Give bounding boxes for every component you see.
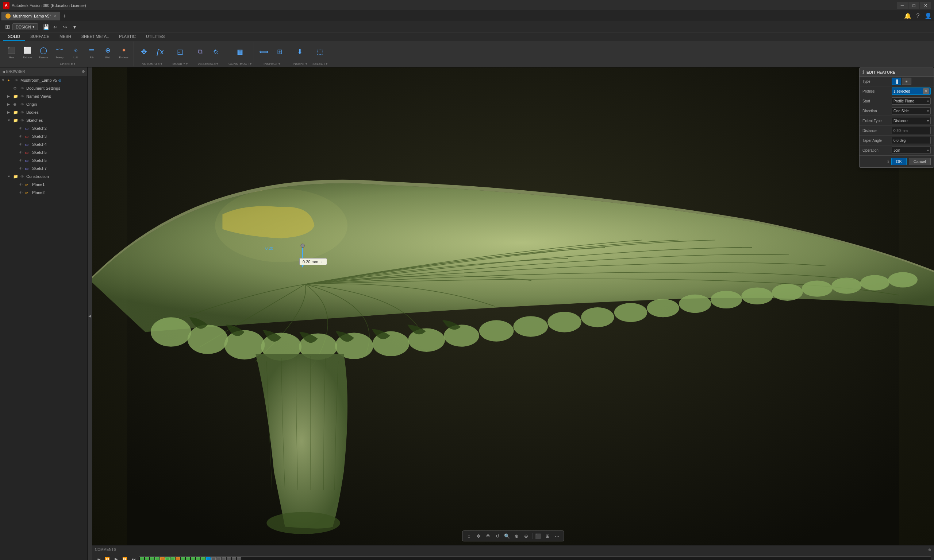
undo-button[interactable]: ↩ xyxy=(51,23,60,31)
viewport[interactable]: 0.20 0.20 mm ⋮ ⌂ ✥ 👁 ↺ 🔍 ⊕ ⊖ ⬛ xyxy=(92,68,934,545)
redo-button[interactable]: ↪ xyxy=(60,23,69,31)
ef-extent-type-control[interactable]: Distance ▾ xyxy=(892,117,931,124)
automate-move-button[interactable]: ✥ xyxy=(136,46,151,58)
tl-next-end-button[interactable]: ⏭ xyxy=(130,555,137,560)
tl-next-button[interactable]: ⏩ xyxy=(121,555,128,560)
account-button[interactable]: 👤 xyxy=(924,12,932,20)
extrude-button[interactable]: ⬜ Extrude xyxy=(20,45,35,59)
notifications-button[interactable]: 🔔 xyxy=(903,12,912,20)
browser-doc-settings[interactable]: ⚙ 👁 Document Settings xyxy=(0,84,87,92)
browser-bodies[interactable]: ▶ 📁 👁 Bodies xyxy=(0,108,87,116)
automate-fx-button[interactable]: ƒx xyxy=(152,46,168,58)
ef-type-btn-extrude[interactable]: ▐ xyxy=(892,78,901,85)
browser-sketch4[interactable]: 👁 ▭ Sketch4 xyxy=(0,140,87,148)
ef-ok-button[interactable]: OK xyxy=(891,158,907,165)
ef-profiles-control[interactable]: 1 selected ✕ xyxy=(892,88,931,95)
browser-sketch3[interactable]: 👁 ▭ Sketch3 xyxy=(0,132,87,140)
tl-play-button[interactable]: ▶ xyxy=(113,555,120,560)
nav-zoom-out-button[interactable]: ⊖ xyxy=(522,532,530,540)
browser-plane1[interactable]: 👁 ▱ Plane1 xyxy=(0,180,87,188)
ef-taper-control[interactable]: 0.0 deg xyxy=(892,137,931,144)
revolve-button[interactable]: ◯ Revolve xyxy=(36,45,51,59)
ribbon-tab-utilities[interactable]: UTILITIES xyxy=(141,33,170,41)
rib-button[interactable]: ═ Rib xyxy=(84,45,99,59)
ef-direction-control[interactable]: One Side ▾ xyxy=(892,107,931,114)
home-menu-button[interactable]: ⊞ xyxy=(3,23,12,31)
maximize-button[interactable]: □ xyxy=(908,2,919,9)
ef-operation-control[interactable]: Join ▾ xyxy=(892,146,931,154)
inspect-measure-button[interactable]: ⟺ xyxy=(256,46,272,58)
ef-help-icon[interactable]: ℹ xyxy=(887,159,889,164)
ribbon-tab-mesh[interactable]: MESH xyxy=(54,33,76,41)
minimize-button[interactable]: ─ xyxy=(897,2,908,9)
edit-feature-info-icon[interactable]: ℹ xyxy=(863,70,864,75)
select-button[interactable]: ⬚ xyxy=(312,46,328,58)
construct-button[interactable]: ▦ xyxy=(232,46,247,58)
nav-orbit-button[interactable]: ↺ xyxy=(493,532,502,540)
inspect-dropdown-icon[interactable]: ▾ xyxy=(278,62,280,66)
nav-home-button[interactable]: ⌂ xyxy=(465,532,473,540)
browser-origin[interactable]: ▶ ⊕ 👁 Origin xyxy=(0,100,87,108)
ef-distance-control[interactable]: 0.20 mm xyxy=(892,127,931,134)
browser-named-views[interactable]: ▶ 📁 👁 Named Views xyxy=(0,92,87,100)
browser-sketch7[interactable]: 👁 ▭ Sketch7 xyxy=(0,165,87,172)
nav-grid-button[interactable]: ⊞ xyxy=(543,532,552,540)
nav-display-settings-button[interactable]: ⬛ xyxy=(534,532,542,540)
browser-sketch5a[interactable]: 👁 ▭ Sketch5 xyxy=(0,148,87,156)
new-tab-button[interactable]: + xyxy=(60,12,69,20)
construct-dropdown-icon[interactable]: ▾ xyxy=(250,62,252,66)
browser-root-item[interactable]: ▼ ● 👁 Mushroom_Lamp v5 ◎ xyxy=(0,76,87,84)
create-dropdown-icon[interactable]: ▾ xyxy=(74,62,75,66)
close-button[interactable]: ✕ xyxy=(920,2,931,9)
ef-cancel-button[interactable]: Cancel xyxy=(909,158,931,165)
emboss-button[interactable]: ✦ Emboss xyxy=(116,45,131,59)
insert-dropdown-icon[interactable]: ▾ xyxy=(306,62,307,66)
browser-plane2[interactable]: 👁 ▱ Plane2 xyxy=(0,188,87,197)
browser-construction[interactable]: ▼ 📁 👁 Construction xyxy=(0,172,87,180)
ribbon-tab-surface[interactable]: SURFACE xyxy=(25,33,54,41)
workspace-selector[interactable]: DESIGN ▾ xyxy=(12,23,38,30)
undo-dropdown[interactable]: ▾ xyxy=(70,23,79,31)
save-button[interactable]: 💾 xyxy=(42,23,50,31)
comments-expand-icon[interactable]: ⊕ xyxy=(928,548,931,552)
joint-button[interactable]: ⛭ xyxy=(208,46,224,58)
app-title: Autodesk Fusion 360 (Education License) xyxy=(12,3,897,8)
modify-dropdown-icon[interactable]: ▾ xyxy=(186,62,188,66)
ef-type-btn-thin[interactable]: ≡ xyxy=(902,78,911,85)
ribbon-tab-solid[interactable]: SOLID xyxy=(3,33,25,41)
nav-zoom-button[interactable]: 🔍 xyxy=(503,532,511,540)
select-dropdown-icon[interactable]: ▾ xyxy=(326,62,327,66)
nav-zoom-in-button[interactable]: ⊕ xyxy=(512,532,521,540)
browser-settings-icon[interactable]: ⚙ xyxy=(82,70,85,74)
tab-close-icon[interactable]: ✕ xyxy=(53,14,56,18)
insert-button[interactable]: ⬇ xyxy=(292,46,308,58)
modify-button[interactable]: ◰ xyxy=(172,46,188,58)
loft-button[interactable]: ⟐ Loft xyxy=(68,45,83,59)
ef-profiles-clear-button[interactable]: ✕ xyxy=(923,88,929,94)
main-tab[interactable]: Mushroom_Lamp v5* ✕ xyxy=(2,12,60,20)
svg-point-19 xyxy=(741,288,773,305)
help-button[interactable]: ? xyxy=(914,12,922,20)
timeline-track[interactable] xyxy=(139,556,931,560)
dimension-options-icon[interactable]: ⋮ xyxy=(320,259,324,264)
dimension-input-box[interactable]: 0.20 mm ⋮ xyxy=(299,258,327,265)
browser-sketch5b[interactable]: 👁 ▭ Sketch5 xyxy=(0,156,87,165)
tl-prev-button[interactable]: ⏪ xyxy=(103,555,111,560)
automate-dropdown-icon[interactable]: ▾ xyxy=(161,62,162,66)
ribbon-tab-sheetmetal[interactable]: SHEET METAL xyxy=(76,33,114,41)
new-component-button[interactable]: ⬛ New xyxy=(4,45,19,59)
nav-pan-orbit-button[interactable]: ✥ xyxy=(474,532,483,540)
browser-sketch2[interactable]: 👁 ▭ Sketch2 xyxy=(0,124,87,132)
ef-start-control[interactable]: Profile Plane ▾ xyxy=(892,97,931,105)
web-button[interactable]: ⊕ Web xyxy=(100,45,115,59)
tl-prev-start-button[interactable]: ⏮ xyxy=(95,555,102,560)
assemble-dropdown-icon[interactable]: ▾ xyxy=(216,62,218,66)
assemble-button[interactable]: ⧉ xyxy=(192,46,208,58)
sweep-button[interactable]: 〰 Sweep xyxy=(52,45,67,59)
browser-sketches[interactable]: ▼ 📁 👁 Sketches xyxy=(0,116,87,124)
ribbon-tab-plastic[interactable]: PLASTIC xyxy=(114,33,141,41)
nav-look-at-button[interactable]: 👁 xyxy=(483,532,492,540)
nav-more-button[interactable]: ⋯ xyxy=(553,532,561,540)
inspect-zebra-button[interactable]: ⊞ xyxy=(272,46,288,58)
browser-collapse-button[interactable]: ◀ xyxy=(88,68,92,560)
